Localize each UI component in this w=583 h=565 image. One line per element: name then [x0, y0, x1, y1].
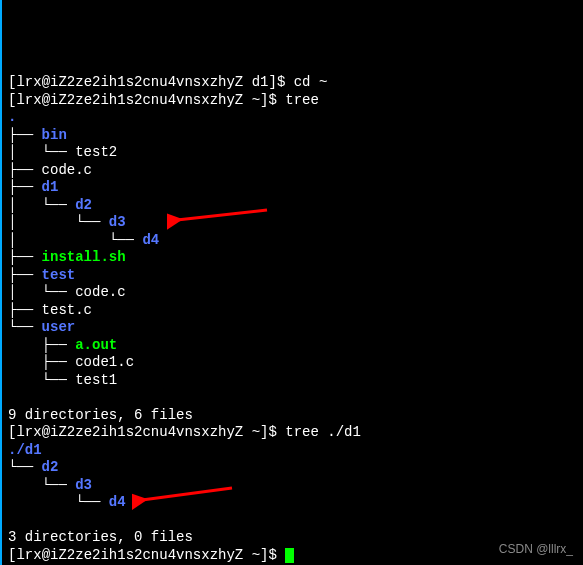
file-code1c: code1.c [75, 354, 134, 370]
dir-d1: d1 [42, 179, 59, 195]
prompt-line-1: [lrx@iZ2ze2ih1s2cnu4vnsxzhyZ d1]$ cd ~ [8, 74, 327, 90]
tree-root: . [8, 109, 16, 125]
file-codec: code.c [42, 162, 92, 178]
file-install: install.sh [42, 249, 126, 265]
watermark: CSDN @lllrx_ [499, 542, 573, 557]
dir-d4: d4 [142, 232, 159, 248]
command-tree: tree [285, 92, 319, 108]
prompt-line-4[interactable]: [lrx@iZ2ze2ih1s2cnu4vnsxzhyZ ~]$ [8, 547, 294, 563]
tree-summary-1: 9 directories, 6 files [8, 407, 193, 423]
dir-user: user [42, 319, 76, 335]
tree2-d4: d4 [109, 494, 126, 510]
file-test1: test1 [75, 372, 117, 388]
tree2-root: ./d1 [8, 442, 42, 458]
terminal-output: [lrx@iZ2ze2ih1s2cnu4vnsxzhyZ d1]$ cd ~ [… [8, 74, 577, 564]
tree2-d2: d2 [42, 459, 59, 475]
dir-d3: d3 [109, 214, 126, 230]
prompt-line-3: [lrx@iZ2ze2ih1s2cnu4vnsxzhyZ ~]$ tree ./… [8, 424, 361, 440]
file-test-codec: code.c [75, 284, 125, 300]
tree-summary-2: 3 directories, 0 files [8, 529, 193, 545]
command-tree-d1: tree ./d1 [285, 424, 361, 440]
tree2-d3: d3 [75, 477, 92, 493]
dir-test: test [42, 267, 76, 283]
dir-bin: bin [42, 127, 67, 143]
prompt-line-2: [lrx@iZ2ze2ih1s2cnu4vnsxzhyZ ~]$ tree [8, 92, 319, 108]
file-testc: test.c [42, 302, 92, 318]
file-aout: a.out [75, 337, 117, 353]
command-cd: cd ~ [294, 74, 328, 90]
dir-d2: d2 [75, 197, 92, 213]
file-test2: test2 [75, 144, 117, 160]
cursor-icon [285, 548, 294, 563]
